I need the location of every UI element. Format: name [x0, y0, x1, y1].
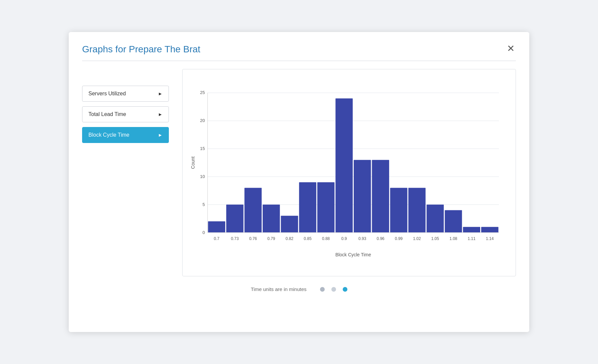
chart-area: 05101520250.70.730.760.790.820.850.880.9… — [189, 76, 506, 269]
svg-text:1.08: 1.08 — [450, 236, 458, 241]
svg-text:0.88: 0.88 — [322, 236, 330, 241]
footer: Time units are in minutes — [82, 286, 516, 292]
modal: Graphs for Prepare The Brat ✕ Servers Ut… — [69, 32, 529, 332]
svg-text:1.11: 1.11 — [468, 236, 476, 241]
svg-text:Block Cycle Time: Block Cycle Time — [335, 252, 371, 257]
sidebar-item-label: Total Lead Time — [88, 111, 126, 117]
chart-container: 05101520250.70.730.760.790.820.850.880.9… — [182, 69, 516, 276]
arrow-icon: ► — [158, 112, 163, 117]
svg-rect-32 — [390, 188, 407, 233]
svg-text:Count: Count — [190, 156, 196, 169]
svg-rect-42 — [481, 227, 499, 233]
svg-text:0.76: 0.76 — [249, 236, 257, 241]
sidebar-item-label: Servers Utilized — [88, 91, 126, 97]
arrow-icon: ► — [158, 132, 163, 138]
svg-text:0.73: 0.73 — [231, 236, 239, 241]
dot-1[interactable] — [320, 287, 325, 292]
dot-3[interactable] — [343, 287, 347, 292]
modal-title: Graphs for Prepare The Brat — [82, 44, 200, 55]
svg-rect-24 — [317, 182, 335, 233]
close-button[interactable]: ✕ — [506, 44, 516, 53]
svg-rect-28 — [354, 160, 371, 233]
modal-header: Graphs for Prepare The Brat ✕ — [82, 44, 516, 61]
footer-text: Time units are in minutes — [251, 286, 306, 292]
svg-rect-30 — [372, 160, 389, 233]
svg-text:0.85: 0.85 — [304, 236, 312, 241]
svg-rect-38 — [445, 210, 462, 233]
svg-text:0.9: 0.9 — [341, 236, 347, 241]
svg-rect-34 — [408, 188, 426, 233]
sidebar-item-block-cycle-time[interactable]: Block Cycle Time► — [82, 127, 169, 143]
svg-rect-20 — [281, 216, 298, 232]
svg-text:1.05: 1.05 — [431, 236, 439, 241]
svg-rect-14 — [226, 205, 244, 233]
sidebar-item-servers-utilized[interactable]: Servers Utilized► — [82, 86, 169, 102]
svg-text:0.7: 0.7 — [214, 236, 220, 241]
svg-text:20: 20 — [200, 118, 205, 123]
dot-2[interactable] — [331, 287, 336, 292]
svg-rect-16 — [245, 188, 262, 233]
svg-rect-18 — [263, 205, 280, 233]
svg-text:1.14: 1.14 — [486, 236, 494, 241]
svg-text:5: 5 — [203, 202, 205, 207]
svg-rect-22 — [299, 182, 316, 233]
svg-text:0.99: 0.99 — [395, 236, 403, 241]
svg-text:0.93: 0.93 — [358, 236, 366, 241]
histogram-chart: 05101520250.70.730.760.790.820.850.880.9… — [189, 76, 506, 269]
svg-rect-40 — [463, 227, 480, 233]
svg-text:15: 15 — [200, 146, 205, 151]
modal-body: Servers Utilized►Total Lead Time►Block C… — [82, 69, 516, 276]
sidebar-item-total-lead-time[interactable]: Total Lead Time► — [82, 106, 169, 122]
svg-text:1.02: 1.02 — [413, 236, 421, 241]
svg-text:0.96: 0.96 — [377, 236, 385, 241]
svg-text:10: 10 — [200, 174, 205, 179]
arrow-icon: ► — [158, 91, 163, 96]
sidebar: Servers Utilized►Total Lead Time►Block C… — [82, 69, 169, 143]
svg-text:0: 0 — [203, 230, 205, 235]
svg-rect-26 — [335, 98, 353, 232]
svg-text:25: 25 — [200, 90, 205, 95]
svg-rect-36 — [426, 205, 444, 233]
sidebar-item-label: Block Cycle Time — [88, 132, 129, 138]
svg-text:0.82: 0.82 — [286, 236, 294, 241]
svg-rect-12 — [208, 221, 225, 233]
svg-text:0.79: 0.79 — [267, 236, 275, 241]
